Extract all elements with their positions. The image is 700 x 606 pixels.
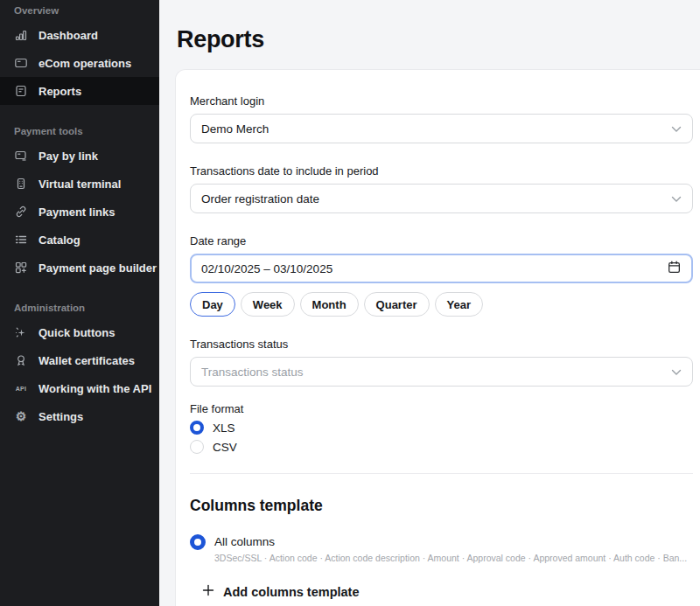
sidebar-item-label: Working with the API [38,382,151,395]
period-pill-week[interactable]: Week [241,292,295,317]
add-columns-template-label: Add columns template [223,585,360,599]
merchant-login-group: Merchant login Demo Merch [190,94,693,143]
sidebar-item-ecom-operations[interactable]: eCom operations [0,49,159,77]
sidebar-item-label: eCom operations [38,57,131,70]
option-label: All columns [214,534,687,548]
radio-checked-icon [190,421,204,435]
period-pill-month[interactable]: Month [300,292,359,317]
date-range-label: Date range [190,234,693,247]
period-pill-quarter[interactable]: Quarter [364,292,430,317]
link-icon [14,205,28,219]
pay-link-icon [14,149,28,163]
pill-label: Quarter [376,298,417,311]
sidebar-item-label: Reports [38,85,81,98]
transactions-date-select[interactable]: Order registration date [190,184,693,213]
transactions-date-group: Transactions date to include in period O… [190,164,693,213]
add-columns-template-button[interactable]: Add columns template [202,584,360,599]
sidebar-item-payment-links[interactable]: Payment links [0,198,159,226]
radio-unchecked-icon [190,440,204,454]
pill-label: Month [312,298,346,311]
calendar-icon[interactable] [667,260,682,277]
date-range-value: 02/10/2025 – 03/10/2025 [201,262,332,275]
terminal-icon [14,177,28,191]
date-range-input[interactable]: 02/10/2025 – 03/10/2025 [190,254,693,283]
transactions-status-select[interactable]: Transactions status [190,357,693,387]
api-icon: API [14,381,28,395]
pill-label: Year [447,298,471,311]
merchant-login-select[interactable]: Demo Merch [190,114,693,143]
transactions-status-group: Transactions status Transactions status [190,338,693,387]
sidebar-item-wallet-certificates[interactable]: Wallet certificates [0,346,159,374]
chevron-down-icon [671,192,682,205]
pill-label: Week [253,298,283,311]
sidebar-item-label: Quick buttons [38,326,115,339]
merchant-login-label: Merchant login [190,94,693,108]
sidebar: Overview Dashboard eCom operations Repor… [0,0,159,606]
chevron-down-icon [671,122,682,136]
divider [190,473,693,474]
period-pill-group: Day Week Month Quarter Year [190,292,693,317]
sidebar-item-label: Catalog [38,233,80,247]
sidebar-item-reports[interactable]: Reports [0,77,159,105]
builder-icon [14,261,28,275]
gear-icon: ⚙ [14,409,28,423]
sidebar-item-label: Virtual terminal [38,178,121,191]
sidebar-item-label: Settings [38,410,83,423]
sidebar-section-overview: Overview [0,5,159,16]
radio-label: XLS [213,421,235,435]
page-title: Reports [159,16,700,53]
file-format-option-xls[interactable]: XLS [190,421,693,435]
main-content: Reports Merchant login Demo Merch Transa… [159,16,700,606]
sidebar-item-label: Payment links [38,205,115,219]
sidebar-item-pay-by-link[interactable]: Pay by link [0,142,159,170]
period-pill-year[interactable]: Year [435,292,483,317]
sidebar-item-catalog[interactable]: Catalog [0,226,159,254]
sidebar-item-virtual-terminal[interactable]: Virtual terminal [0,170,159,198]
medal-icon [14,353,28,367]
transactions-status-label: Transactions status [190,338,693,351]
sidebar-item-settings[interactable]: ⚙ Settings [0,402,159,430]
pill-label: Day [202,298,223,311]
sidebar-item-label: Pay by link [38,150,98,163]
columns-template-option-all[interactable]: All columns 3DSec/SSL · Action code · Ac… [190,534,693,563]
sidebar-item-payment-page-builder[interactable]: Payment page builder [0,254,159,282]
merchant-login-value: Demo Merch [201,122,269,136]
report-icon [14,84,28,98]
sidebar-item-dashboard[interactable]: Dashboard [0,21,159,49]
radio-checked-icon [190,534,206,550]
transactions-status-placeholder: Transactions status [201,366,304,379]
plus-icon [202,584,214,599]
file-format-option-csv[interactable]: CSV [190,440,693,454]
card-icon [14,56,28,70]
sidebar-section-administration: Administration [0,303,159,313]
sidebar-item-quick-buttons[interactable]: Quick buttons [0,318,159,346]
option-text: All columns 3DSec/SSL · Action code · Ac… [214,534,687,563]
list-icon [14,233,28,247]
file-format-group: File format XLS CSV [190,402,693,454]
sparkle-icon [14,325,28,339]
transactions-date-value: Order registration date [201,192,319,205]
sidebar-item-label: Payment page builder [38,261,157,275]
radio-label: CSV [213,441,237,454]
sidebar-item-label: Dashboard [38,29,98,42]
date-range-group: Date range 02/10/2025 – 03/10/2025 Day W… [190,234,693,317]
sidebar-item-working-with-api[interactable]: API Working with the API [0,374,159,402]
chevron-down-icon [671,366,682,379]
bar-chart-icon [14,28,28,42]
sidebar-section-payment-tools: Payment tools [0,126,159,136]
sidebar-item-label: Wallet certificates [38,354,135,367]
reports-form-card: Merchant login Demo Merch Transactions d… [175,69,700,606]
period-pill-day[interactable]: Day [190,292,235,317]
transactions-date-label: Transactions date to include in period [190,164,693,178]
file-format-label: File format [190,402,693,415]
option-description: 3DSec/SSL · Action code · Action code de… [214,553,687,563]
columns-template-heading: Columns template [190,497,693,515]
